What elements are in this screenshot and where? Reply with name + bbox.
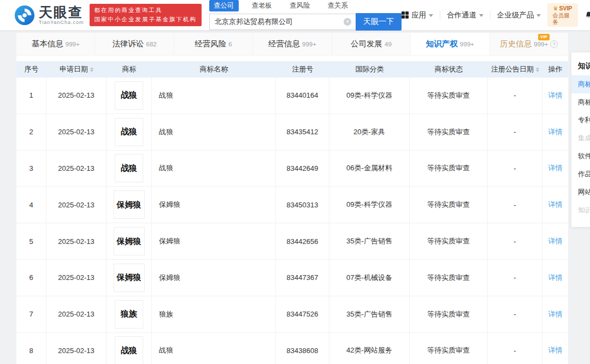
trademark-image[interactable]: 战狼 xyxy=(115,154,143,182)
cell-actions: 详情 xyxy=(542,77,568,114)
menu-enterprise[interactable]: 企业级产品 xyxy=(497,10,541,20)
vip-badge: VIP xyxy=(538,34,550,40)
notification-bell-icon[interactable] xyxy=(585,10,590,20)
tianyancha-logo[interactable]: 天眼查 TianYanCha.com xyxy=(14,5,84,26)
menu-apps-label: 应用 xyxy=(411,10,426,20)
col-apply-date[interactable]: 申请日期 xyxy=(46,61,107,77)
cell-registration-no: 83435412 xyxy=(276,114,329,150)
cell-intl-class: 35类-广告销售 xyxy=(329,296,410,332)
sidenav-item-ic-layout[interactable]: 集成电路 xyxy=(571,129,590,147)
col-trademark-name: 商标名称 xyxy=(152,61,276,77)
tab-history-info[interactable]: VIP 历史信息 999+ ? xyxy=(490,33,568,55)
cell-trademark-image[interactable]: 战狼 xyxy=(107,114,152,150)
trademark-image[interactable]: 狼族 xyxy=(115,300,143,329)
col-trademark: 商标 xyxy=(107,61,152,77)
sidenav-item-work-copyright[interactable]: 作品著作权 xyxy=(571,165,590,183)
menu-enterprise-label: 企业级产品 xyxy=(497,10,534,20)
cell-apply-date: 2025-02-13 xyxy=(46,223,107,259)
crown-icon: ♛ xyxy=(553,5,558,11)
sidenav-item-website-record[interactable]: 网站备案 xyxy=(571,183,590,201)
search-button[interactable]: 天眼一下 xyxy=(356,13,402,31)
detail-link[interactable]: 详情 xyxy=(548,273,563,283)
cell-apply-date: 2025-02-13 xyxy=(46,77,107,114)
cell-trademark-name: 保姆狼 xyxy=(152,187,276,223)
tab-intellectual-property[interactable]: 知识产权 999+ xyxy=(411,33,489,55)
col-status: 商标状态 xyxy=(410,61,488,77)
cell-trademark-name: 保姆狼 xyxy=(152,223,276,259)
cell-trademark-image[interactable]: 保姆狼 xyxy=(107,187,152,223)
trademark-image[interactable]: 保姆狼 xyxy=(114,190,145,219)
sidenav-item-trademark[interactable]: 商标信息 xyxy=(571,75,590,93)
table-body: 1 2025-02-13 战狼 战狼 83440164 09类-科学仪器 等待实… xyxy=(16,77,568,364)
sidenav-item-software-copyright[interactable]: 软件著作权 xyxy=(571,147,590,165)
cell-status: 等待实质审查 xyxy=(410,187,488,223)
cell-intl-class: 07类-机械设备 xyxy=(329,260,410,296)
help-icon[interactable]: ? xyxy=(550,40,558,48)
cell-registration-no: 83450313 xyxy=(276,187,329,223)
cell-trademark-image[interactable]: 战狼 xyxy=(107,151,152,187)
divider xyxy=(440,11,440,19)
col-serial: 序号 xyxy=(16,61,46,77)
trademark-image[interactable]: 战狼 xyxy=(115,81,143,110)
cell-publication-date: - xyxy=(488,223,542,259)
table-row: 8 2025-02-13 战狼 战狼 83438608 42类-网站服务 等待实… xyxy=(16,333,568,364)
cell-trademark-name: 战狼 xyxy=(152,333,276,364)
search-input[interactable] xyxy=(209,14,356,30)
search-tabs: 查公司 查老板 查风险 查关系 xyxy=(209,0,402,11)
trademark-image[interactable]: 战狼 xyxy=(115,118,143,146)
trademark-image[interactable]: 保姆狼 xyxy=(114,227,145,255)
brand-name: 天眼查 xyxy=(39,5,84,19)
search-tab-boss[interactable]: 查老板 xyxy=(247,0,277,11)
cell-actions: 详情 xyxy=(542,333,568,364)
sidenav-item-trademark-renewal[interactable]: 商标续展 xyxy=(571,93,590,111)
cell-apply-date: 2025-02-13 xyxy=(46,187,107,223)
detail-link[interactable]: 详情 xyxy=(548,163,563,173)
sidenav-item-patent[interactable]: 专利信息 xyxy=(571,111,590,129)
search-tab-company[interactable]: 查公司 xyxy=(209,0,239,11)
detail-link[interactable]: 详情 xyxy=(548,127,563,137)
cell-registration-no: 83447367 xyxy=(276,260,329,296)
cell-serial: 6 xyxy=(16,260,46,296)
detail-link[interactable]: 详情 xyxy=(548,236,563,246)
cell-trademark-image[interactable]: 狼族 xyxy=(107,296,152,332)
cell-status: 等待实质审查 xyxy=(410,114,488,150)
cell-status: 等待实质审查 xyxy=(410,296,488,332)
tab-basic-info[interactable]: 基本信息 999+ xyxy=(16,33,95,55)
detail-link[interactable]: 详情 xyxy=(548,91,563,100)
top-header: 天眼查 TianYanCha.com 都在用的商业查询工具 国家中小企业发展子基… xyxy=(0,0,590,31)
table-row: 6 2025-02-13 保姆狼 保姆狼 83447367 07类-机械设备 等… xyxy=(16,260,568,296)
clear-input-icon[interactable]: × xyxy=(344,18,351,26)
cell-trademark-image[interactable]: 战狼 xyxy=(107,333,152,364)
cell-publication-date: - xyxy=(488,151,542,187)
tab-legal-litigation[interactable]: 法律诉讼 682 xyxy=(95,33,174,55)
svip-member-badge[interactable]: ♛SVIP 会员服务 xyxy=(547,3,577,27)
detail-link[interactable]: 详情 xyxy=(548,200,563,210)
cell-serial: 2 xyxy=(16,114,46,150)
cell-registration-no: 83442649 xyxy=(276,151,329,187)
menu-partner[interactable]: 合作通道 xyxy=(447,10,483,20)
brand-domain: TianYanCha.com xyxy=(39,20,84,25)
trademark-image[interactable]: 保姆狼 xyxy=(114,264,145,292)
table-row: 3 2025-02-13 战狼 战狼 83442649 06类-金属材料 等待实… xyxy=(16,151,568,187)
cell-trademark-image[interactable]: 战狼 xyxy=(107,77,152,114)
tab-company-development[interactable]: 公司发展 49 xyxy=(332,33,411,55)
tab-operation-risk[interactable]: 经营风险 6 xyxy=(174,33,253,55)
col-actions: 操作 xyxy=(542,61,568,77)
tab-business-info[interactable]: 经营信息 999+ xyxy=(253,33,332,55)
search-tab-relation[interactable]: 查关系 xyxy=(323,0,353,11)
detail-link[interactable]: 详情 xyxy=(548,309,563,319)
svip-label: SVIP xyxy=(559,5,572,11)
sidenav-item-ip-pledge[interactable]: 知识产权出质 xyxy=(571,201,590,219)
trademark-image[interactable]: 战狼 xyxy=(115,336,143,364)
cell-serial: 7 xyxy=(16,296,46,332)
search-tab-risk[interactable]: 查风险 xyxy=(285,0,315,11)
col-publication-date[interactable]: 注册公告日期 xyxy=(488,61,542,77)
sort-icon[interactable] xyxy=(90,67,93,72)
detail-link[interactable]: 详情 xyxy=(548,345,563,355)
cell-apply-date: 2025-02-13 xyxy=(46,260,107,296)
cell-trademark-image[interactable]: 保姆狼 xyxy=(107,223,152,259)
cell-trademark-image[interactable]: 保姆狼 xyxy=(107,260,152,296)
sort-icon[interactable] xyxy=(536,67,539,72)
slogan-line1: 都在用的商业查询工具 xyxy=(95,7,197,14)
menu-apps[interactable]: 应用 xyxy=(402,10,433,20)
